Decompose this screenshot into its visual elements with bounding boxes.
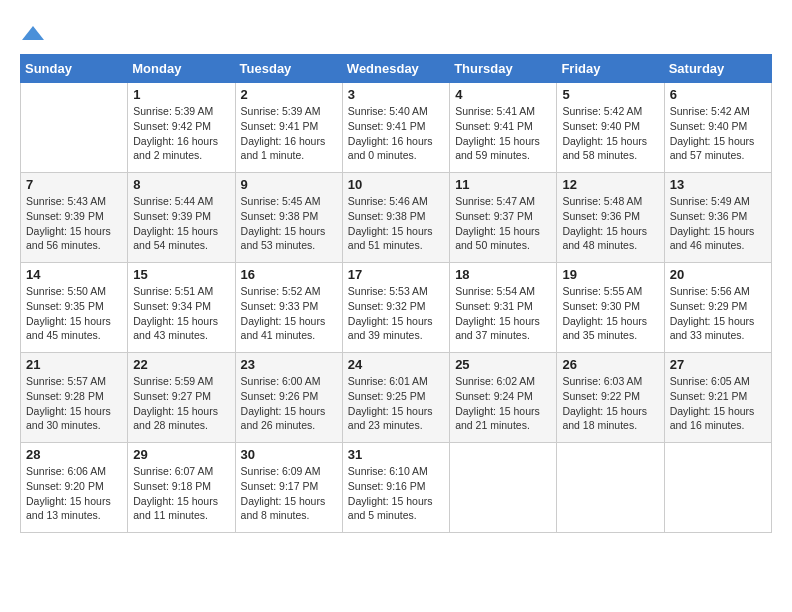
day-number: 28 [26, 447, 122, 462]
logo [20, 20, 44, 44]
header-cell-sunday: Sunday [21, 55, 128, 83]
day-number: 23 [241, 357, 337, 372]
calendar-cell: 15Sunrise: 5:51 AM Sunset: 9:34 PM Dayli… [128, 263, 235, 353]
calendar-cell [664, 443, 771, 533]
day-info: Sunrise: 5:41 AM Sunset: 9:41 PM Dayligh… [455, 104, 551, 163]
calendar-cell: 2Sunrise: 5:39 AM Sunset: 9:41 PM Daylig… [235, 83, 342, 173]
calendar-cell: 28Sunrise: 6:06 AM Sunset: 9:20 PM Dayli… [21, 443, 128, 533]
day-info: Sunrise: 5:45 AM Sunset: 9:38 PM Dayligh… [241, 194, 337, 253]
day-info: Sunrise: 6:07 AM Sunset: 9:18 PM Dayligh… [133, 464, 229, 523]
calendar-cell [557, 443, 664, 533]
day-info: Sunrise: 5:48 AM Sunset: 9:36 PM Dayligh… [562, 194, 658, 253]
day-info: Sunrise: 5:54 AM Sunset: 9:31 PM Dayligh… [455, 284, 551, 343]
day-info: Sunrise: 6:10 AM Sunset: 9:16 PM Dayligh… [348, 464, 444, 523]
day-number: 8 [133, 177, 229, 192]
day-number: 25 [455, 357, 551, 372]
day-number: 5 [562, 87, 658, 102]
day-info: Sunrise: 5:39 AM Sunset: 9:41 PM Dayligh… [241, 104, 337, 163]
calendar-cell: 22Sunrise: 5:59 AM Sunset: 9:27 PM Dayli… [128, 353, 235, 443]
day-info: Sunrise: 5:57 AM Sunset: 9:28 PM Dayligh… [26, 374, 122, 433]
day-number: 16 [241, 267, 337, 282]
day-number: 9 [241, 177, 337, 192]
day-info: Sunrise: 5:52 AM Sunset: 9:33 PM Dayligh… [241, 284, 337, 343]
calendar-cell: 17Sunrise: 5:53 AM Sunset: 9:32 PM Dayli… [342, 263, 449, 353]
calendar-week-row: 1Sunrise: 5:39 AM Sunset: 9:42 PM Daylig… [21, 83, 772, 173]
header-cell-friday: Friday [557, 55, 664, 83]
calendar-cell: 12Sunrise: 5:48 AM Sunset: 9:36 PM Dayli… [557, 173, 664, 263]
calendar-cell: 27Sunrise: 6:05 AM Sunset: 9:21 PM Dayli… [664, 353, 771, 443]
calendar-body: 1Sunrise: 5:39 AM Sunset: 9:42 PM Daylig… [21, 83, 772, 533]
day-info: Sunrise: 5:42 AM Sunset: 9:40 PM Dayligh… [562, 104, 658, 163]
calendar-cell: 9Sunrise: 5:45 AM Sunset: 9:38 PM Daylig… [235, 173, 342, 263]
day-number: 10 [348, 177, 444, 192]
header [20, 20, 772, 44]
day-number: 15 [133, 267, 229, 282]
calendar-cell [450, 443, 557, 533]
day-info: Sunrise: 5:40 AM Sunset: 9:41 PM Dayligh… [348, 104, 444, 163]
day-number: 6 [670, 87, 766, 102]
day-info: Sunrise: 5:59 AM Sunset: 9:27 PM Dayligh… [133, 374, 229, 433]
day-number: 11 [455, 177, 551, 192]
header-cell-thursday: Thursday [450, 55, 557, 83]
calendar-cell: 3Sunrise: 5:40 AM Sunset: 9:41 PM Daylig… [342, 83, 449, 173]
day-info: Sunrise: 6:09 AM Sunset: 9:17 PM Dayligh… [241, 464, 337, 523]
day-info: Sunrise: 5:46 AM Sunset: 9:38 PM Dayligh… [348, 194, 444, 253]
day-info: Sunrise: 6:01 AM Sunset: 9:25 PM Dayligh… [348, 374, 444, 433]
calendar-cell: 14Sunrise: 5:50 AM Sunset: 9:35 PM Dayli… [21, 263, 128, 353]
calendar-week-row: 21Sunrise: 5:57 AM Sunset: 9:28 PM Dayli… [21, 353, 772, 443]
day-info: Sunrise: 6:00 AM Sunset: 9:26 PM Dayligh… [241, 374, 337, 433]
calendar-cell: 1Sunrise: 5:39 AM Sunset: 9:42 PM Daylig… [128, 83, 235, 173]
calendar-week-row: 28Sunrise: 6:06 AM Sunset: 9:20 PM Dayli… [21, 443, 772, 533]
day-number: 31 [348, 447, 444, 462]
calendar-table: SundayMondayTuesdayWednesdayThursdayFrid… [20, 54, 772, 533]
day-number: 20 [670, 267, 766, 282]
day-number: 24 [348, 357, 444, 372]
calendar-cell: 31Sunrise: 6:10 AM Sunset: 9:16 PM Dayli… [342, 443, 449, 533]
header-cell-tuesday: Tuesday [235, 55, 342, 83]
day-number: 17 [348, 267, 444, 282]
day-number: 3 [348, 87, 444, 102]
day-info: Sunrise: 5:39 AM Sunset: 9:42 PM Dayligh… [133, 104, 229, 163]
day-info: Sunrise: 5:47 AM Sunset: 9:37 PM Dayligh… [455, 194, 551, 253]
calendar-week-row: 14Sunrise: 5:50 AM Sunset: 9:35 PM Dayli… [21, 263, 772, 353]
day-number: 4 [455, 87, 551, 102]
calendar-cell [21, 83, 128, 173]
calendar-header-row: SundayMondayTuesdayWednesdayThursdayFrid… [21, 55, 772, 83]
calendar-cell: 7Sunrise: 5:43 AM Sunset: 9:39 PM Daylig… [21, 173, 128, 263]
day-info: Sunrise: 5:53 AM Sunset: 9:32 PM Dayligh… [348, 284, 444, 343]
day-info: Sunrise: 5:43 AM Sunset: 9:39 PM Dayligh… [26, 194, 122, 253]
calendar-cell: 5Sunrise: 5:42 AM Sunset: 9:40 PM Daylig… [557, 83, 664, 173]
calendar-cell: 20Sunrise: 5:56 AM Sunset: 9:29 PM Dayli… [664, 263, 771, 353]
day-info: Sunrise: 6:06 AM Sunset: 9:20 PM Dayligh… [26, 464, 122, 523]
day-info: Sunrise: 5:42 AM Sunset: 9:40 PM Dayligh… [670, 104, 766, 163]
calendar-cell: 4Sunrise: 5:41 AM Sunset: 9:41 PM Daylig… [450, 83, 557, 173]
day-info: Sunrise: 5:51 AM Sunset: 9:34 PM Dayligh… [133, 284, 229, 343]
day-number: 21 [26, 357, 122, 372]
logo-icon [22, 26, 44, 40]
day-number: 19 [562, 267, 658, 282]
calendar-cell: 8Sunrise: 5:44 AM Sunset: 9:39 PM Daylig… [128, 173, 235, 263]
calendar-cell: 11Sunrise: 5:47 AM Sunset: 9:37 PM Dayli… [450, 173, 557, 263]
day-number: 13 [670, 177, 766, 192]
day-info: Sunrise: 6:05 AM Sunset: 9:21 PM Dayligh… [670, 374, 766, 433]
day-info: Sunrise: 5:44 AM Sunset: 9:39 PM Dayligh… [133, 194, 229, 253]
calendar-cell: 30Sunrise: 6:09 AM Sunset: 9:17 PM Dayli… [235, 443, 342, 533]
calendar-cell: 13Sunrise: 5:49 AM Sunset: 9:36 PM Dayli… [664, 173, 771, 263]
day-number: 22 [133, 357, 229, 372]
day-number: 12 [562, 177, 658, 192]
day-info: Sunrise: 5:49 AM Sunset: 9:36 PM Dayligh… [670, 194, 766, 253]
day-number: 18 [455, 267, 551, 282]
calendar-cell: 10Sunrise: 5:46 AM Sunset: 9:38 PM Dayli… [342, 173, 449, 263]
svg-marker-0 [22, 26, 44, 40]
day-number: 14 [26, 267, 122, 282]
day-number: 29 [133, 447, 229, 462]
day-number: 2 [241, 87, 337, 102]
calendar-cell: 18Sunrise: 5:54 AM Sunset: 9:31 PM Dayli… [450, 263, 557, 353]
calendar-cell: 19Sunrise: 5:55 AM Sunset: 9:30 PM Dayli… [557, 263, 664, 353]
calendar-week-row: 7Sunrise: 5:43 AM Sunset: 9:39 PM Daylig… [21, 173, 772, 263]
calendar-cell: 26Sunrise: 6:03 AM Sunset: 9:22 PM Dayli… [557, 353, 664, 443]
header-cell-wednesday: Wednesday [342, 55, 449, 83]
day-number: 26 [562, 357, 658, 372]
day-info: Sunrise: 5:50 AM Sunset: 9:35 PM Dayligh… [26, 284, 122, 343]
calendar-cell: 21Sunrise: 5:57 AM Sunset: 9:28 PM Dayli… [21, 353, 128, 443]
